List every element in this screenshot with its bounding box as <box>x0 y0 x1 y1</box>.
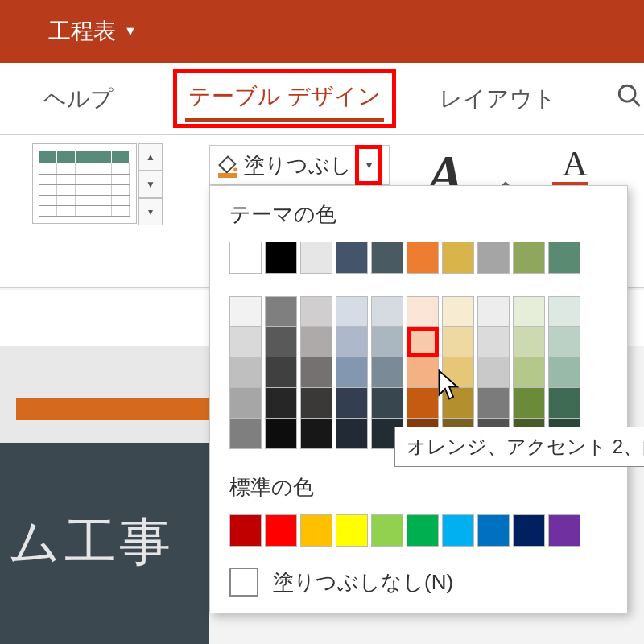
text-fill-button[interactable]: A <box>562 143 588 184</box>
color-swatch[interactable] <box>407 327 439 357</box>
color-swatch[interactable] <box>300 296 332 327</box>
color-swatch[interactable] <box>300 514 332 547</box>
gallery-more-button[interactable]: ▾ <box>138 198 163 225</box>
color-swatch[interactable] <box>265 242 297 274</box>
color-swatch[interactable] <box>229 327 262 357</box>
svg-line-1 <box>633 99 640 106</box>
slide-dark-panel: ム工事 <box>0 443 209 644</box>
title-dropdown-icon[interactable]: ▼ <box>124 24 137 39</box>
color-swatch[interactable] <box>265 388 297 419</box>
color-swatch[interactable] <box>300 327 332 357</box>
color-swatch[interactable] <box>265 514 297 547</box>
no-fill-label: 塗りつぶしなし(N) <box>273 568 453 597</box>
slide-accent-bar <box>16 398 209 420</box>
color-swatch[interactable] <box>442 296 474 327</box>
color-swatch[interactable] <box>336 388 368 419</box>
color-swatch[interactable] <box>336 514 368 547</box>
standard-colors-row <box>229 514 611 547</box>
color-swatch[interactable] <box>477 388 510 419</box>
tab-table-design[interactable]: テーブル デザイン <box>185 75 384 122</box>
color-swatch[interactable] <box>336 419 368 449</box>
color-swatch[interactable] <box>371 388 403 419</box>
color-swatch[interactable] <box>300 388 332 419</box>
color-swatch[interactable] <box>300 419 332 449</box>
color-swatch[interactable] <box>229 388 262 419</box>
color-swatch[interactable] <box>407 514 439 547</box>
color-swatch[interactable] <box>229 357 262 388</box>
gallery-up-button[interactable]: ▲ <box>138 143 163 171</box>
color-swatch[interactable] <box>513 388 545 419</box>
fill-color-picker: テーマの色 標準の色 塗りつぶしなし(N) <box>209 185 628 613</box>
document-title: 工程表 <box>48 16 116 47</box>
fill-button[interactable]: 塗りつぶし ▾ <box>209 145 390 185</box>
color-swatch[interactable] <box>442 327 474 357</box>
color-swatch[interactable] <box>229 296 262 327</box>
color-swatch[interactable] <box>548 327 580 357</box>
color-swatch[interactable] <box>371 514 403 547</box>
fill-dropdown-button[interactable]: ▾ <box>355 145 382 185</box>
slide-text: ム工事 <box>8 507 174 577</box>
color-swatch[interactable] <box>371 357 403 388</box>
color-swatch[interactable] <box>513 514 545 547</box>
no-fill-icon <box>229 568 258 597</box>
slide-canvas[interactable]: ム工事 <box>0 346 209 644</box>
color-swatch[interactable] <box>229 242 262 274</box>
color-swatch[interactable] <box>513 357 545 388</box>
color-swatch[interactable] <box>548 514 580 547</box>
color-swatch[interactable] <box>513 296 545 327</box>
color-swatch[interactable] <box>300 357 332 388</box>
color-swatch[interactable] <box>265 327 297 357</box>
color-swatch[interactable] <box>407 388 439 419</box>
color-swatch[interactable] <box>371 296 403 327</box>
ribbon-tab-row: ヘルプ テーブル デザイン レイアウト <box>0 63 644 135</box>
color-swatch[interactable] <box>477 296 510 327</box>
fill-label: 塗りつぶし <box>244 151 352 180</box>
color-swatch[interactable] <box>442 242 474 274</box>
highlight-table-design-tab: テーブル デザイン <box>173 69 396 128</box>
color-swatch[interactable] <box>336 357 368 388</box>
paint-bucket-icon <box>217 154 239 176</box>
color-swatch[interactable] <box>548 388 580 419</box>
title-bar: 工程表 ▼ <box>0 0 644 63</box>
color-swatch[interactable] <box>548 357 580 388</box>
gallery-spinner: ▲ ▼ ▾ <box>138 143 163 225</box>
no-fill-option[interactable]: 塗りつぶしなし(N) <box>229 568 611 597</box>
gallery-down-button[interactable]: ▼ <box>138 171 163 198</box>
color-swatch[interactable] <box>300 242 332 274</box>
tab-help[interactable]: ヘルプ <box>40 77 117 121</box>
table-style-thumbnail[interactable] <box>32 143 137 224</box>
color-swatch[interactable] <box>336 242 368 274</box>
svg-point-0 <box>619 85 635 101</box>
color-swatch[interactable] <box>265 419 297 449</box>
color-swatch[interactable] <box>477 357 510 388</box>
color-swatch[interactable] <box>336 296 368 327</box>
color-swatch[interactable] <box>265 296 297 327</box>
color-swatch[interactable] <box>229 419 262 449</box>
tab-layout[interactable]: レイアウト <box>436 77 559 121</box>
color-swatch[interactable] <box>265 357 297 388</box>
theme-colors-row <box>229 242 611 274</box>
color-swatch[interactable] <box>477 327 510 357</box>
search-icon[interactable] <box>616 82 643 116</box>
color-swatch[interactable] <box>371 327 403 357</box>
svg-point-2 <box>233 168 237 172</box>
color-swatch[interactable] <box>407 242 439 274</box>
theme-colors-label: テーマの色 <box>229 200 611 229</box>
standard-colors-label: 標準の色 <box>229 473 611 502</box>
table-styles-gallery[interactable]: ▲ ▼ ▾ <box>0 135 163 287</box>
color-swatch[interactable] <box>336 327 368 357</box>
color-swatch[interactable] <box>371 242 403 274</box>
color-swatch[interactable] <box>548 296 580 327</box>
color-swatch[interactable] <box>513 327 545 357</box>
mouse-cursor-icon <box>437 369 461 401</box>
color-swatch[interactable] <box>513 242 545 274</box>
color-swatch[interactable] <box>407 357 439 388</box>
color-swatch[interactable] <box>407 296 439 327</box>
color-swatch[interactable] <box>442 514 474 547</box>
color-swatch[interactable] <box>477 514 510 547</box>
color-swatch[interactable] <box>548 242 580 274</box>
color-tooltip: オレンジ、アクセント 2、白 <box>394 427 644 467</box>
color-swatch[interactable] <box>477 242 510 274</box>
color-swatch[interactable] <box>229 514 262 547</box>
